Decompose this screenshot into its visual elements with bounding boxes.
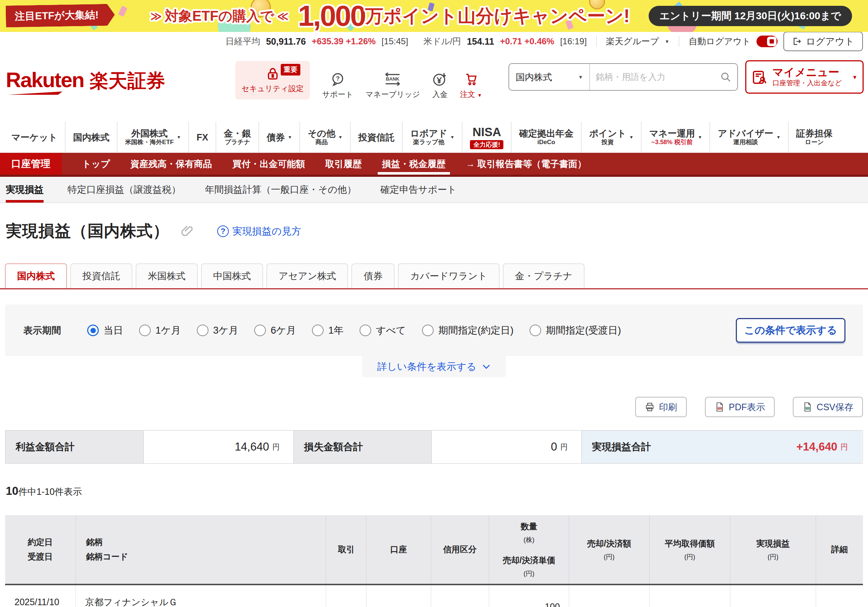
period-radio[interactable]: 1ケ月: [139, 324, 181, 337]
chevron-down-icon: ▼: [578, 74, 583, 80]
money-bridge-button[interactable]: BANK マネーブリッジ: [365, 72, 420, 99]
nav-item-label: 証券担保: [796, 128, 832, 139]
auto-logout-toggle[interactable]: [756, 36, 778, 47]
period-radio[interactable]: 期間指定(受渡日): [530, 324, 621, 337]
account-nav-item[interactable]: トップ: [82, 153, 110, 175]
account-nav-item[interactable]: 損益・税金履歴: [382, 153, 446, 175]
banner-suffix: 万ポイント山分けキャンペーン!: [365, 4, 630, 28]
period-radio[interactable]: 3ケ月: [197, 324, 239, 337]
quick-links: 重要 セキュリティ設定 ? サポート BANK マネーブリッジ 入金 注文 ▼: [236, 61, 482, 99]
chevron-down-icon: ▼: [450, 135, 455, 140]
banner-amount: 1,000: [298, 2, 365, 31]
nav-item[interactable]: その他商品▼: [300, 122, 350, 152]
nav-item[interactable]: FX: [189, 122, 216, 152]
nav-item[interactable]: 金・銀プラチナ: [216, 122, 259, 152]
radio-circle-icon: [254, 325, 266, 336]
nav-item[interactable]: NISA全力応援!: [462, 122, 511, 152]
result-count: 10件中1-10件表示: [6, 485, 868, 498]
account-management-home[interactable]: 口座管理: [0, 153, 62, 175]
radio-circle-icon: [197, 325, 208, 336]
svg-text:CSV: CSV: [806, 407, 809, 409]
account-nav-item[interactable]: 資産残高・保有商品: [130, 153, 212, 175]
nikkei-label: 日経平均: [225, 36, 260, 47]
category-tab[interactable]: 債券: [352, 263, 394, 288]
my-menu-button[interactable]: マイメニュー 口座管理・入出金など ▼: [745, 60, 863, 94]
nav-item[interactable]: マーケット: [4, 122, 65, 152]
show-more-conditions-link[interactable]: 詳しい条件を表示する: [362, 356, 506, 377]
deposit-button[interactable]: 入金: [432, 72, 448, 99]
nav-item[interactable]: ポイント投資▼: [581, 122, 641, 152]
nav-item[interactable]: 国内株式: [65, 122, 117, 152]
category-tab[interactable]: 国内株式: [5, 263, 67, 288]
period-radio-label: すべて: [376, 324, 406, 337]
nav-item[interactable]: アドバイザー運用相談▼: [710, 122, 788, 152]
nav-item[interactable]: 債券▼: [259, 122, 300, 152]
nav-item-label: 投資信託: [358, 132, 394, 142]
nisa-badge: 全力応援!: [470, 140, 503, 149]
nav-item[interactable]: マネー運用~3.58% 税引前▼: [641, 122, 710, 152]
search-input[interactable]: [590, 72, 720, 82]
period-radio[interactable]: 期間指定(約定日): [422, 324, 513, 337]
table-cell: 京都フィナンシャルＧ5844: [76, 585, 326, 607]
campaign-banner[interactable]: 注目ETFが大集結! ≫ 対象ETFの購入で ≪ 1,000 万ポイント山分けキ…: [0, 0, 868, 32]
order-label: 注文 ▼: [460, 89, 482, 99]
table-header-cell: 実現損益(円): [730, 515, 816, 584]
pdf-view-button[interactable]: PDF PDF表示: [705, 397, 775, 417]
account-nav-item[interactable]: 取引履歴: [326, 153, 362, 175]
apply-filter-button[interactable]: この条件で表示する: [736, 318, 845, 343]
category-tab[interactable]: アセアン株式: [267, 263, 348, 288]
realized-pl-amount: +14,640: [797, 440, 837, 454]
search-category-select[interactable]: 国内株式 ▼: [509, 64, 590, 90]
search-icon[interactable]: [720, 71, 732, 83]
table-header-cell: 平均取得価額(円): [649, 515, 730, 584]
logout-button[interactable]: ログアウト: [783, 32, 863, 51]
category-tab[interactable]: 金・プラチナ: [503, 263, 584, 288]
rakuten-securities-logo[interactable]: Rakuten 楽天証券: [6, 68, 165, 94]
section-tab[interactable]: 実現損益: [6, 177, 43, 203]
category-tab[interactable]: カバードワラント: [398, 263, 499, 288]
nav-item[interactable]: 確定拠出年金iDeCo: [511, 122, 581, 152]
category-tab[interactable]: 中国株式: [201, 263, 263, 288]
order-button[interactable]: 注文 ▼: [460, 72, 482, 99]
table-cell: +3,500: [730, 585, 816, 607]
print-label: 印刷: [659, 401, 677, 413]
section-tab[interactable]: 確定申告サポート: [380, 177, 457, 203]
category-tab[interactable]: 投資信託: [70, 263, 132, 288]
chevron-down-icon: ▼: [629, 135, 634, 140]
radio-circle-icon: [360, 325, 371, 336]
nav-item[interactable]: 証券担保ローン: [788, 122, 840, 152]
account-nav-item[interactable]: 買付・出金可能額: [232, 153, 305, 175]
csv-save-button[interactable]: CSV CSV保存: [793, 397, 863, 417]
nav-item[interactable]: ロボアド楽ラップ他▼: [402, 122, 462, 152]
nav-item[interactable]: 投資信託: [350, 122, 402, 152]
entry-period-badge: エントリー期間 12月30日(火)16:00まで: [649, 6, 852, 26]
period-radio[interactable]: 当日: [87, 324, 123, 337]
printer-icon: [645, 402, 655, 412]
section-tab[interactable]: 特定口座損益（譲渡益税）: [68, 177, 181, 203]
period-radio[interactable]: 6ケ月: [254, 324, 296, 337]
usdjpy-change: +0.71 +0.46%: [500, 36, 554, 46]
realized-pl-total-label: 実現損益合計: [581, 430, 719, 463]
paperclip-icon[interactable]: [180, 224, 195, 238]
rakuten-group-menu[interactable]: 楽天グループ: [606, 36, 659, 47]
help-link[interactable]: ? 実現損益の見方: [217, 225, 301, 238]
logout-label: ログアウト: [806, 35, 854, 48]
nav-item-label: マネー運用: [649, 128, 695, 139]
print-button[interactable]: 印刷: [635, 397, 687, 417]
radio-circle-icon: [530, 325, 541, 336]
table-row: 2025/11/102025/11/12京都フィナンシャルＧ5844売埋特定一般…: [5, 585, 863, 607]
trade-reports-link[interactable]: → 取引報告書等（電子書面）: [466, 153, 586, 175]
support-button[interactable]: ? サポート: [322, 72, 353, 99]
section-tab[interactable]: 年間損益計算（一般口座・その他）: [205, 177, 356, 203]
period-radio[interactable]: すべて: [360, 324, 406, 337]
nikkei-change: +635.39 +1.26%: [312, 36, 375, 46]
table-header-cell: 詳細: [816, 515, 863, 584]
nav-item[interactable]: 外国株式米国株・海外ETF▼: [117, 122, 189, 152]
period-radio[interactable]: 1年: [312, 324, 344, 337]
rakuten-securities-page: 注目ETFが大集結! ≫ 対象ETFの購入で ≪ 1,000 万ポイント山分けキ…: [0, 0, 868, 607]
category-tab[interactable]: 米国株式: [136, 263, 198, 288]
my-menu-text: マイメニュー 口座管理・入出金など: [772, 66, 842, 88]
chevron-down-icon: ▼: [852, 74, 857, 80]
table-cell: 322,500: [569, 585, 649, 607]
security-settings-button[interactable]: 重要 セキュリティ設定: [236, 61, 310, 99]
